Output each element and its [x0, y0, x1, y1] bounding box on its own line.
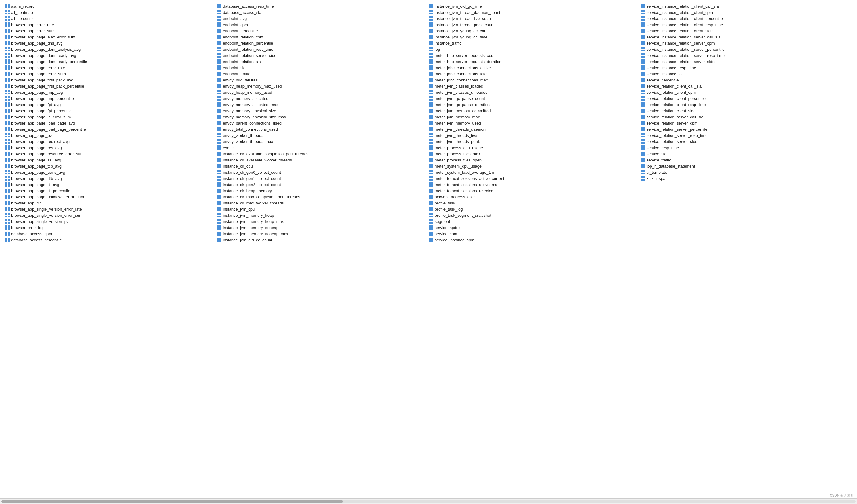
list-item[interactable]: database_access_resp_time [217, 3, 425, 9]
list-item[interactable]: browser_app_page_redirect_avg [5, 138, 214, 144]
list-item[interactable]: meter_process_files_max [428, 151, 637, 157]
list-item[interactable]: endpoint_relation_cpm [217, 34, 425, 40]
list-item[interactable]: instance_jvm_memory_heap [217, 212, 425, 218]
list-item[interactable]: browser_app_single_version_pv [5, 218, 214, 225]
list-item[interactable]: service_instance_relation_client_call_sl… [640, 3, 849, 9]
list-item[interactable]: instance_clr_heap_memory [217, 188, 425, 194]
list-item[interactable]: endpoint_relation_percentile [217, 40, 425, 46]
list-item[interactable]: envoy_heap_memory_max_used [217, 83, 425, 89]
list-item[interactable]: service_sla [640, 151, 849, 157]
list-item[interactable]: envoy_memory_physical_size [217, 108, 425, 114]
list-item[interactable]: browser_app_single_version_error_sum [5, 212, 214, 218]
list-item[interactable]: meter_jdbc_connections_idle [428, 71, 637, 77]
list-item[interactable]: browser_app_single_version_error_rate [5, 206, 214, 212]
list-item[interactable]: meter_jvm_memory_committed [428, 108, 637, 114]
list-item[interactable]: profile_task_log [428, 206, 637, 212]
list-item[interactable]: instance_clr_max_worker_threads [217, 200, 425, 206]
list-item[interactable]: endpoint_percentile [217, 28, 425, 34]
list-item[interactable]: browser_app_page_load_page_percentile [5, 126, 214, 132]
list-item[interactable]: service_instance_relation_server_resp_ti… [640, 52, 849, 58]
list-item[interactable]: service_instance_resp_time [640, 65, 849, 71]
list-item[interactable]: envoy_total_connections_used [217, 126, 425, 132]
list-item[interactable]: meter_system_cpu_usage [428, 163, 637, 169]
list-item[interactable]: service_relation_server_resp_time [640, 132, 849, 138]
list-item[interactable]: meter_jvm_gc_pause_count [428, 95, 637, 102]
list-item[interactable]: log [428, 46, 637, 52]
list-item[interactable]: instance_jvm_thread_daemon_count [428, 9, 637, 15]
list-item[interactable]: meter_jvm_classes_loaded [428, 83, 637, 89]
list-item[interactable]: service_apdex [428, 225, 637, 231]
list-item[interactable]: instance_jvm_memory_heap_max [217, 218, 425, 225]
list-item[interactable]: service_relation_client_side [640, 108, 849, 114]
list-item[interactable]: browser_app_error_sum [5, 28, 214, 34]
list-item[interactable]: meter_process_cpu_usage [428, 144, 637, 151]
list-item[interactable]: service_instance_relation_server_percent… [640, 46, 849, 52]
list-item[interactable]: instance_clr_gen2_collect_count [217, 181, 425, 188]
list-item[interactable]: envoy_bug_failures [217, 77, 425, 83]
list-item[interactable]: browser_app_page_ttl_avg [5, 181, 214, 188]
list-item[interactable]: browser_app_page_first_pack_avg [5, 77, 214, 83]
list-item[interactable]: meter_tomcat_sessions_active_max [428, 181, 637, 188]
list-item[interactable]: browser_app_pv [5, 200, 214, 206]
list-item[interactable]: envoy_memory_physical_size_max [217, 114, 425, 120]
list-item[interactable]: instance_jvm_old_gc_count [217, 237, 425, 243]
list-item[interactable]: meter_tomcat_sessions_active_current [428, 175, 637, 181]
list-item[interactable]: meter_http_server_requests_count [428, 52, 637, 58]
list-item[interactable]: network_address_alias [428, 194, 637, 200]
list-item[interactable]: meter_http_server_requests_duration [428, 58, 637, 65]
list-item[interactable]: instance_jvm_young_gc_time [428, 34, 637, 40]
list-item[interactable]: meter_system_load_average_1m [428, 169, 637, 175]
list-item[interactable]: browser_app_page_fpt_percentile [5, 108, 214, 114]
list-item[interactable]: endpoint_relation_resp_time [217, 46, 425, 52]
list-item[interactable]: browser_app_page_tcp_avg [5, 163, 214, 169]
list-item[interactable]: envoy_heap_memory_used [217, 89, 425, 95]
list-item[interactable]: meter_jvm_threads_daemon [428, 126, 637, 132]
list-item[interactable]: alarm_record [5, 3, 214, 9]
list-item[interactable]: database_access_percentile [5, 237, 214, 243]
list-item[interactable]: instance_jvm_old_gc_time [428, 3, 637, 9]
list-item[interactable]: endpoint_sla [217, 65, 425, 71]
list-item[interactable]: database_access_sla [217, 9, 425, 15]
list-item[interactable]: browser_app_page_fmp_percentile [5, 95, 214, 102]
list-item[interactable]: browser_app_page_first_pack_percentile [5, 83, 214, 89]
list-item[interactable]: envoy_worker_threads_max [217, 138, 425, 144]
list-item[interactable]: service_instance_relation_client_side [640, 28, 849, 34]
list-item[interactable]: envoy_memory_allocated [217, 95, 425, 102]
list-item[interactable]: browser_app_error_rate [5, 21, 214, 28]
list-item[interactable]: browser_app_page_dom_ready_percentile [5, 58, 214, 65]
list-item[interactable]: service_relation_client_cpm [640, 89, 849, 95]
list-item[interactable]: browser_app_page_dns_avg [5, 40, 214, 46]
list-item[interactable]: meter_tomcat_sessions_rejected [428, 188, 637, 194]
list-item[interactable]: instance_clr_gen1_collect_count [217, 175, 425, 181]
list-item[interactable]: all_percentile [5, 15, 214, 21]
list-item[interactable]: browser_app_page_dom_analysis_avg [5, 46, 214, 52]
list-item[interactable]: meter_jvm_memory_max [428, 114, 637, 120]
list-item[interactable]: meter_jvm_threads_live [428, 132, 637, 138]
list-item[interactable]: instance_clr_max_completion_port_threads [217, 194, 425, 200]
list-item[interactable]: instance_traffic [428, 40, 637, 46]
list-item[interactable]: meter_jvm_classes_unloaded [428, 89, 637, 95]
list-item[interactable]: browser_app_page_pv [5, 132, 214, 138]
list-item[interactable]: service_instance_relation_client_resp_ti… [640, 21, 849, 28]
list-item[interactable]: database_access_cpm [5, 231, 214, 237]
list-item[interactable]: browser_app_page_res_avg [5, 144, 214, 151]
list-item[interactable]: envoy_memory_allocated_max [217, 102, 425, 108]
list-item[interactable]: browser_app_page_ajax_error_sum [5, 34, 214, 40]
list-item[interactable]: browser_app_page_ttl_percentile [5, 188, 214, 194]
list-item[interactable]: browser_app_page_dom_ready_avg [5, 52, 214, 58]
list-item[interactable]: endpoint_avg [217, 15, 425, 21]
list-item[interactable]: service_resp_time [640, 144, 849, 151]
list-item[interactable]: endpoint_relation_server_side [217, 52, 425, 58]
list-item[interactable]: zipkin_span [640, 175, 849, 181]
list-item[interactable]: browser_app_page_unknown_error_sum [5, 194, 214, 200]
list-item[interactable]: service_instance_sla [640, 71, 849, 77]
list-item[interactable]: browser_app_page_resource_error_sum [5, 151, 214, 157]
list-item[interactable]: instance_clr_available_worker_threads [217, 157, 425, 163]
list-item[interactable]: endpoint_cpm [217, 21, 425, 28]
list-item[interactable]: envoy_worker_threads [217, 132, 425, 138]
list-item[interactable]: meter_jvm_threads_peak [428, 138, 637, 144]
list-item[interactable]: service_relation_server_cpm [640, 120, 849, 126]
list-item[interactable]: browser_app_page_error_sum [5, 71, 214, 77]
list-item[interactable]: endpoint_relation_sla [217, 58, 425, 65]
list-item[interactable]: browser_app_page_error_rate [5, 65, 214, 71]
